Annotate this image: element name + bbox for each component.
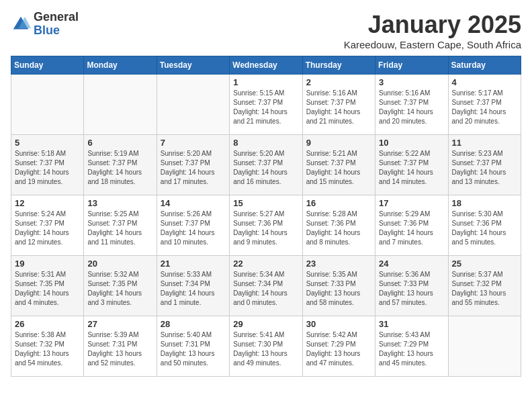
day-number: 19 — [15, 259, 80, 269]
logo-general: General — [34, 11, 79, 24]
calendar-cell: 30Sunrise: 5:42 AM Sunset: 7:29 PM Dayli… — [302, 316, 375, 377]
weekday-header: Monday — [84, 56, 157, 75]
calendar-cell: 26Sunrise: 5:38 AM Sunset: 7:32 PM Dayli… — [11, 316, 84, 377]
day-info: Sunrise: 5:42 AM Sunset: 7:29 PM Dayligh… — [306, 330, 371, 368]
day-info: Sunrise: 5:35 AM Sunset: 7:33 PM Dayligh… — [306, 270, 371, 308]
calendar-cell — [448, 316, 521, 377]
day-number: 13 — [87, 198, 152, 208]
day-number: 26 — [15, 319, 80, 329]
day-number: 10 — [379, 138, 444, 148]
day-number: 14 — [161, 198, 226, 208]
calendar-cell: 27Sunrise: 5:39 AM Sunset: 7:31 PM Dayli… — [84, 316, 157, 377]
day-info: Sunrise: 5:22 AM Sunset: 7:37 PM Dayligh… — [379, 149, 444, 187]
day-number: 3 — [379, 77, 444, 87]
location-title: Kareedouw, Eastern Cape, South Africa — [344, 39, 521, 50]
calendar-cell: 13Sunrise: 5:25 AM Sunset: 7:37 PM Dayli… — [84, 195, 157, 256]
day-number: 7 — [161, 138, 226, 148]
calendar-cell: 8Sunrise: 5:20 AM Sunset: 7:37 PM Daylig… — [230, 135, 302, 195]
day-info: Sunrise: 5:28 AM Sunset: 7:36 PM Dayligh… — [306, 210, 371, 247]
day-info: Sunrise: 5:26 AM Sunset: 7:37 PM Dayligh… — [161, 210, 226, 247]
calendar-cell: 20Sunrise: 5:32 AM Sunset: 7:35 PM Dayli… — [84, 256, 157, 316]
day-info: Sunrise: 5:38 AM Sunset: 7:32 PM Dayligh… — [15, 330, 80, 368]
calendar-cell: 29Sunrise: 5:41 AM Sunset: 7:30 PM Dayli… — [230, 316, 302, 377]
day-number: 29 — [233, 319, 298, 329]
page-header: General Blue January 2025 Kareedouw, Eas… — [11, 11, 521, 50]
day-info: Sunrise: 5:39 AM Sunset: 7:31 PM Dayligh… — [87, 330, 152, 368]
calendar-cell: 31Sunrise: 5:43 AM Sunset: 7:29 PM Dayli… — [375, 316, 448, 377]
day-number: 18 — [452, 198, 517, 208]
weekday-header: Tuesday — [157, 56, 229, 75]
logo-text: General Blue — [34, 11, 79, 38]
day-info: Sunrise: 5:23 AM Sunset: 7:37 PM Dayligh… — [452, 149, 517, 187]
calendar-week-row: 19Sunrise: 5:31 AM Sunset: 7:35 PM Dayli… — [11, 256, 521, 316]
day-info: Sunrise: 5:21 AM Sunset: 7:37 PM Dayligh… — [306, 149, 371, 187]
day-number: 8 — [233, 138, 298, 148]
calendar-cell: 9Sunrise: 5:21 AM Sunset: 7:37 PM Daylig… — [302, 135, 375, 195]
day-number: 1 — [233, 77, 298, 87]
calendar-cell: 18Sunrise: 5:30 AM Sunset: 7:36 PM Dayli… — [448, 195, 521, 256]
calendar-cell: 11Sunrise: 5:23 AM Sunset: 7:37 PM Dayli… — [448, 135, 521, 195]
day-info: Sunrise: 5:24 AM Sunset: 7:37 PM Dayligh… — [15, 210, 80, 247]
day-number: 11 — [452, 138, 517, 148]
calendar-cell: 6Sunrise: 5:19 AM Sunset: 7:37 PM Daylig… — [84, 135, 157, 195]
logo: General Blue — [11, 11, 79, 38]
calendar-cell: 7Sunrise: 5:20 AM Sunset: 7:37 PM Daylig… — [157, 135, 229, 195]
day-number: 5 — [15, 138, 80, 148]
weekday-header: Sunday — [11, 56, 84, 75]
weekday-header: Saturday — [448, 56, 521, 75]
day-number: 31 — [379, 319, 444, 329]
calendar-cell: 5Sunrise: 5:18 AM Sunset: 7:37 PM Daylig… — [11, 135, 84, 195]
day-number: 30 — [306, 319, 371, 329]
day-number: 16 — [306, 198, 371, 208]
day-info: Sunrise: 5:16 AM Sunset: 7:37 PM Dayligh… — [306, 89, 371, 126]
calendar-header-row: SundayMondayTuesdayWednesdayThursdayFrid… — [11, 56, 521, 75]
day-number: 15 — [233, 198, 298, 208]
calendar-week-row: 26Sunrise: 5:38 AM Sunset: 7:32 PM Dayli… — [11, 316, 521, 377]
day-info: Sunrise: 5:18 AM Sunset: 7:37 PM Dayligh… — [15, 149, 80, 187]
calendar-week-row: 5Sunrise: 5:18 AM Sunset: 7:37 PM Daylig… — [11, 135, 521, 195]
day-info: Sunrise: 5:20 AM Sunset: 7:37 PM Dayligh… — [161, 149, 226, 187]
calendar-cell: 25Sunrise: 5:37 AM Sunset: 7:32 PM Dayli… — [448, 256, 521, 316]
day-info: Sunrise: 5:27 AM Sunset: 7:36 PM Dayligh… — [233, 210, 298, 247]
calendar-cell: 16Sunrise: 5:28 AM Sunset: 7:36 PM Dayli… — [302, 195, 375, 256]
calendar-cell — [157, 75, 229, 135]
calendar-cell — [11, 75, 84, 135]
calendar-cell: 19Sunrise: 5:31 AM Sunset: 7:35 PM Dayli… — [11, 256, 84, 316]
day-number: 20 — [87, 259, 152, 269]
day-number: 25 — [452, 259, 517, 269]
calendar-week-row: 12Sunrise: 5:24 AM Sunset: 7:37 PM Dayli… — [11, 195, 521, 256]
calendar-cell: 24Sunrise: 5:36 AM Sunset: 7:33 PM Dayli… — [375, 256, 448, 316]
day-info: Sunrise: 5:41 AM Sunset: 7:30 PM Dayligh… — [233, 330, 298, 368]
calendar-cell: 21Sunrise: 5:33 AM Sunset: 7:34 PM Dayli… — [157, 256, 229, 316]
weekday-header: Thursday — [302, 56, 375, 75]
calendar-week-row: 1Sunrise: 5:15 AM Sunset: 7:37 PM Daylig… — [11, 75, 521, 135]
calendar-cell: 14Sunrise: 5:26 AM Sunset: 7:37 PM Dayli… — [157, 195, 229, 256]
day-number: 24 — [379, 259, 444, 269]
weekday-header: Friday — [375, 56, 448, 75]
calendar-cell: 28Sunrise: 5:40 AM Sunset: 7:31 PM Dayli… — [157, 316, 229, 377]
day-number: 28 — [161, 319, 226, 329]
logo-blue: Blue — [34, 24, 79, 38]
day-number: 6 — [87, 138, 152, 148]
weekday-header: Wednesday — [230, 56, 302, 75]
day-info: Sunrise: 5:37 AM Sunset: 7:32 PM Dayligh… — [452, 270, 517, 308]
day-number: 2 — [306, 77, 371, 87]
calendar-cell: 10Sunrise: 5:22 AM Sunset: 7:37 PM Dayli… — [375, 135, 448, 195]
calendar-cell: 3Sunrise: 5:16 AM Sunset: 7:37 PM Daylig… — [375, 75, 448, 135]
calendar-cell: 23Sunrise: 5:35 AM Sunset: 7:33 PM Dayli… — [302, 256, 375, 316]
calendar-cell: 15Sunrise: 5:27 AM Sunset: 7:36 PM Dayli… — [230, 195, 302, 256]
calendar-cell: 1Sunrise: 5:15 AM Sunset: 7:37 PM Daylig… — [230, 75, 302, 135]
calendar-cell: 12Sunrise: 5:24 AM Sunset: 7:37 PM Dayli… — [11, 195, 84, 256]
day-info: Sunrise: 5:15 AM Sunset: 7:37 PM Dayligh… — [233, 89, 298, 126]
day-info: Sunrise: 5:33 AM Sunset: 7:34 PM Dayligh… — [161, 270, 226, 308]
day-number: 12 — [15, 198, 80, 208]
calendar-table: SundayMondayTuesdayWednesdayThursdayFrid… — [11, 56, 521, 377]
day-info: Sunrise: 5:31 AM Sunset: 7:35 PM Dayligh… — [15, 270, 80, 308]
day-number: 21 — [161, 259, 226, 269]
calendar-cell: 2Sunrise: 5:16 AM Sunset: 7:37 PM Daylig… — [302, 75, 375, 135]
day-info: Sunrise: 5:30 AM Sunset: 7:36 PM Dayligh… — [452, 210, 517, 247]
day-info: Sunrise: 5:34 AM Sunset: 7:34 PM Dayligh… — [233, 270, 298, 308]
day-number: 22 — [233, 259, 298, 269]
calendar-cell: 17Sunrise: 5:29 AM Sunset: 7:36 PM Dayli… — [375, 195, 448, 256]
day-info: Sunrise: 5:29 AM Sunset: 7:36 PM Dayligh… — [379, 210, 444, 247]
